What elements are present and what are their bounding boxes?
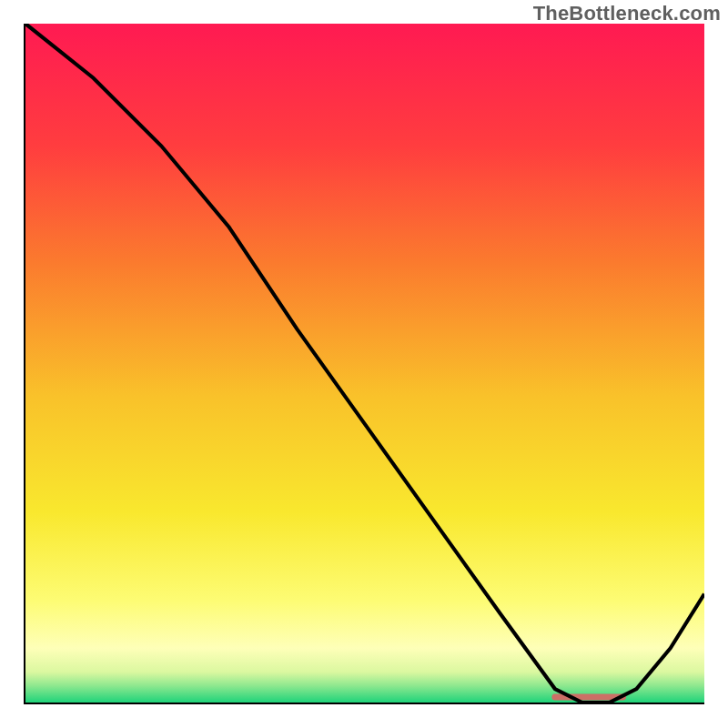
chart-background: [25, 24, 704, 703]
plot-area: [24, 24, 704, 704]
watermark-text: TheBottleneck.com: [533, 2, 721, 25]
chart-svg: [25, 24, 704, 703]
chart-frame: TheBottleneck.com: [0, 0, 728, 728]
